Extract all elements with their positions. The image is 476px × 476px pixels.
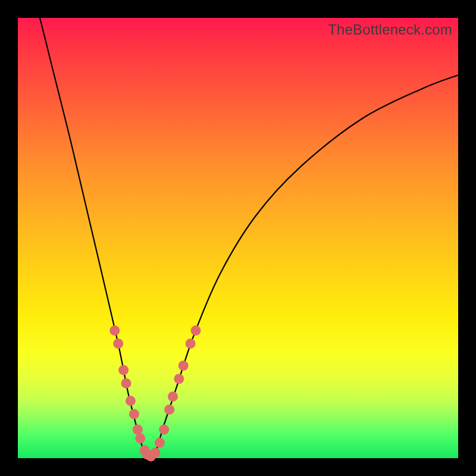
highlight-marker <box>168 392 178 402</box>
highlight-marker <box>191 325 201 336</box>
curve-svg <box>18 18 458 458</box>
highlight-marker <box>178 361 189 371</box>
highlight-marker <box>186 339 196 349</box>
bottleneck-curve <box>40 18 458 458</box>
highlight-marker <box>155 438 165 448</box>
plot-area: TheBottleneck.com <box>18 18 458 458</box>
highlight-marker <box>159 424 169 434</box>
highlight-marker <box>135 433 145 443</box>
highlight-marker <box>133 424 143 434</box>
highlight-marker <box>129 409 139 419</box>
marker-group <box>109 325 201 462</box>
highlight-marker <box>113 339 123 349</box>
highlight-marker <box>126 396 136 406</box>
highlight-marker <box>121 378 131 389</box>
highlight-marker <box>174 374 184 384</box>
highlight-marker <box>150 448 160 458</box>
highlight-marker <box>109 325 120 336</box>
highlight-marker <box>164 405 174 415</box>
highlight-marker <box>118 365 129 375</box>
outer-frame: TheBottleneck.com <box>0 0 476 476</box>
